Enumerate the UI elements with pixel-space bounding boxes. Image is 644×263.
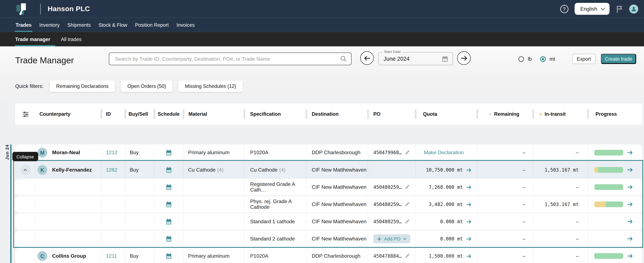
tab-all-trades[interactable]: All trades <box>61 32 82 46</box>
flag-button[interactable] <box>615 5 624 13</box>
table-subrow[interactable]: Registered Grade A Cath… CIF New Matthew… <box>15 179 642 195</box>
quota-arrow-icon[interactable] <box>466 236 472 242</box>
edit-pencil-icon[interactable] <box>404 202 410 207</box>
filter-remaining-declarations[interactable]: Remaining Declarations <box>50 80 115 92</box>
open-trade-arrow-icon[interactable] <box>627 167 633 173</box>
specification-cell: Standard 2 cathode <box>244 231 306 247</box>
open-trade-arrow-icon[interactable] <box>627 253 633 259</box>
quota-arrow-icon[interactable] <box>466 201 472 207</box>
col-quota[interactable]: Quota <box>416 103 477 125</box>
start-date-field[interactable]: Start Date June 2024 <box>378 52 453 65</box>
filter-open-orders[interactable]: Open Orders (50) <box>121 80 172 92</box>
quota-value: 0.000 mt <box>440 219 463 225</box>
edit-pencil-icon[interactable] <box>404 253 410 259</box>
user-avatar[interactable] <box>629 4 638 13</box>
edit-pencil-icon[interactable] <box>404 184 410 190</box>
search-icon[interactable] <box>340 55 347 62</box>
table-row[interactable]: M Moran-Neal 1212 Buy Primary aluminum P… <box>15 144 642 161</box>
remaining-status-dot <box>489 113 492 116</box>
language-selector[interactable]: English <box>574 3 610 15</box>
specification-cell: Standard 1 cathode <box>244 214 306 230</box>
col-in-transit[interactable]: In-transit <box>533 103 588 125</box>
quota-value: 10,750.000 mt <box>426 167 463 173</box>
destination-cell: CIF New Matthewhaven <box>306 162 368 178</box>
destination-cell: CIF New Matthewhaven <box>306 196 368 213</box>
trade-id-link[interactable]: 1212 <box>106 150 118 156</box>
nav-inventory[interactable]: Inventory <box>39 18 60 32</box>
collapse-group-button[interactable] <box>20 165 30 175</box>
col-po[interactable]: PO <box>368 103 416 125</box>
schedule-cell[interactable] <box>154 144 184 161</box>
person-icon <box>630 5 637 12</box>
previous-month-button[interactable] <box>360 51 374 65</box>
schedule-cell[interactable] <box>154 196 184 213</box>
open-trade-arrow-icon[interactable] <box>627 184 633 190</box>
export-button[interactable]: Export <box>572 54 596 64</box>
col-buy-sell[interactable]: Buy/Sell <box>125 103 154 125</box>
col-counterparty[interactable]: Counterparty <box>36 103 102 125</box>
open-trade-arrow-icon[interactable] <box>627 201 633 208</box>
quota-arrow-icon[interactable] <box>466 218 472 225</box>
open-trade-arrow-icon[interactable] <box>627 149 633 156</box>
edit-pencil-icon[interactable] <box>404 219 410 225</box>
col-remaining[interactable]: Remaining <box>477 103 533 125</box>
remaining-value: – <box>522 236 526 242</box>
remaining-value: – <box>522 150 526 156</box>
col-schedule[interactable]: Schedule <box>154 103 184 125</box>
material-cell: Primary aluminum <box>184 144 244 161</box>
avatar: K <box>38 165 47 175</box>
remaining-value: – <box>522 219 526 225</box>
table-row[interactable]: C Collins Group 1211 Buy Primary aluminu… <box>15 248 642 263</box>
specification-cell: P1020A <box>244 144 306 161</box>
schedule-calendar-icon <box>166 201 172 208</box>
unit-radio-mt[interactable]: mt <box>540 56 555 62</box>
col-id[interactable]: ID <box>102 103 125 125</box>
nav-position-report[interactable]: Position Report <box>135 18 169 32</box>
tab-trade-manager[interactable]: Trade manager <box>15 32 50 46</box>
open-trade-arrow-icon[interactable] <box>627 236 633 242</box>
col-destination[interactable]: Destination <box>306 103 368 125</box>
col-progress[interactable]: Progress <box>588 103 642 125</box>
next-month-button[interactable] <box>457 51 471 65</box>
table-subrow[interactable]: Standard 2 cathode CIF New Matthewhaven … <box>15 231 642 247</box>
quota-arrow-icon[interactable] <box>466 184 472 190</box>
specification-cell: P1020A <box>244 248 306 263</box>
add-po-button[interactable]: Add PO <box>373 234 410 243</box>
col-material[interactable]: Material <box>184 103 244 125</box>
make-declaration-link[interactable]: Make Declaration <box>424 150 464 156</box>
table-subrow[interactable]: Phys. rej. Grade A Cathode CIF New Matth… <box>15 196 642 213</box>
search-input[interactable] <box>115 56 340 62</box>
create-trade-button[interactable]: Create trade <box>601 54 636 64</box>
trade-id-link[interactable]: 1262 <box>106 167 118 173</box>
table-row-group[interactable]: K Kelly-Fernandez 1262 Buy Cu Cathode(4) <box>15 162 642 178</box>
trade-id-link[interactable]: 1211 <box>106 253 117 259</box>
nav-stock-flow[interactable]: Stock & Flow <box>98 18 127 32</box>
quota-arrow-icon[interactable] <box>466 167 472 173</box>
schedule-cell[interactable] <box>154 231 184 247</box>
destination-cell: CIF New Matthewhaven <box>306 179 368 195</box>
in-transit-value: – <box>576 253 579 259</box>
column-settings-button[interactable] <box>15 103 36 125</box>
plus-icon <box>377 237 382 241</box>
schedule-cell[interactable] <box>154 179 184 195</box>
unit-radio-lb[interactable]: lb <box>518 56 532 62</box>
quota-arrow-icon[interactable] <box>466 253 472 259</box>
schedule-cell[interactable] <box>154 162 184 178</box>
schedule-cell[interactable] <box>154 248 184 263</box>
nav-trades[interactable]: Trades <box>16 18 32 32</box>
chevron-down-icon <box>403 238 407 240</box>
nav-invoices[interactable]: Invoices <box>176 18 195 32</box>
calendar-icon[interactable] <box>442 55 448 62</box>
company-logo-icon <box>16 3 28 15</box>
col-specification[interactable]: Specification <box>244 103 306 125</box>
table-subrow[interactable]: Standard 1 cathode CIF New Matthewhaven … <box>15 214 642 230</box>
schedule-cell[interactable] <box>154 214 184 230</box>
help-button[interactable]: ? <box>560 4 569 13</box>
nav-shipments[interactable]: Shipments <box>67 18 91 32</box>
open-trade-arrow-icon[interactable] <box>627 218 633 225</box>
secondary-nav: Trade manager All trades <box>0 32 644 46</box>
edit-pencil-icon[interactable] <box>404 150 410 156</box>
filter-missing-schedules[interactable]: Missing Schedules (12) <box>178 80 243 92</box>
material-cell: Cu Cathode(4) <box>184 162 244 178</box>
in-transit-value: 1,503.167 mt <box>544 167 579 173</box>
